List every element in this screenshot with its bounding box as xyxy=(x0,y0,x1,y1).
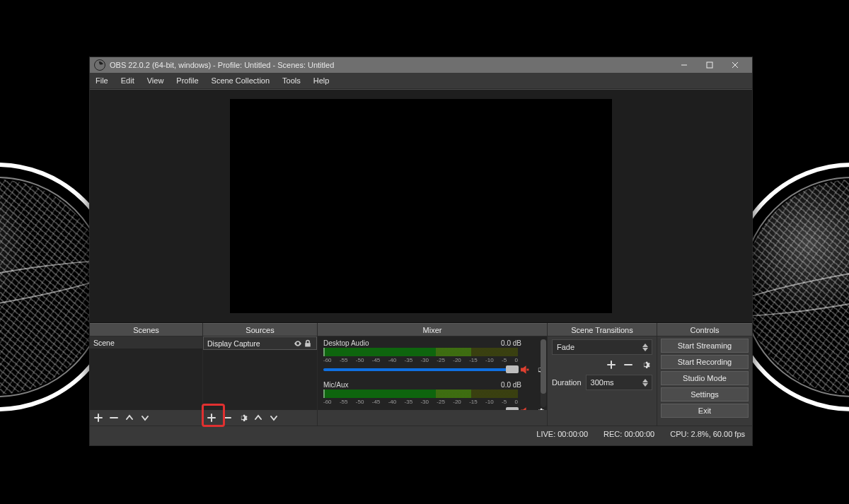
obs-window: OBS 22.0.2 (64-bit, windows) - Profile: … xyxy=(89,57,753,446)
move-source-down-button[interactable] xyxy=(268,412,279,423)
channel-meter: -60-55-50-45-40-35-30-25-20-15-10-50 xyxy=(323,348,518,356)
svg-marker-16 xyxy=(642,383,648,387)
move-scene-up-button[interactable] xyxy=(124,412,135,423)
status-live: LIVE: 00:00:00 xyxy=(536,430,588,438)
close-button[interactable] xyxy=(722,57,748,73)
status-bar: LIVE: 00:00:00 REC: 00:00:00 CPU: 2.8%, … xyxy=(90,426,752,442)
exit-button[interactable]: Exit xyxy=(661,404,749,418)
mixer-channel-mic-aux: Mic/Aux 0.0 dB -60-55-50-45-40-35-30-25-… xyxy=(323,381,545,410)
updown-icon xyxy=(641,377,649,388)
svg-rect-1 xyxy=(707,62,712,68)
sources-panel: Sources Display Capture xyxy=(202,323,317,426)
sources-header: Sources xyxy=(203,323,317,336)
add-transition-button[interactable] xyxy=(606,359,617,370)
meter-ticks: -60-55-50-45-40-35-30-25-20-15-10-50 xyxy=(323,357,518,363)
source-item-label: Display Capture xyxy=(207,339,260,348)
scenes-panel: Scenes Scene xyxy=(90,323,202,426)
scenes-list[interactable]: Scene xyxy=(90,336,202,410)
mixer-panel: Mixer Desktop Audio 0.0 dB -60-55-50-45-… xyxy=(317,323,547,426)
menu-view[interactable]: View xyxy=(146,75,166,86)
controls-body: Start Streaming Start Recording Studio M… xyxy=(657,336,752,426)
scenes-toolbar xyxy=(90,410,202,426)
mixer-channel-desktop-audio: Desktop Audio 0.0 dB -60-55-50-45-40-35-… xyxy=(323,339,545,375)
remove-source-button[interactable] xyxy=(221,412,233,423)
source-properties-button[interactable] xyxy=(237,412,248,423)
channel-db: 0.0 dB xyxy=(501,339,545,347)
controls-header: Controls xyxy=(657,323,752,336)
channel-name: Mic/Aux xyxy=(323,381,349,389)
transition-select[interactable]: Fade xyxy=(552,339,652,355)
channel-volume-slider[interactable] xyxy=(323,368,516,371)
mute-icon[interactable] xyxy=(519,406,531,410)
scene-item-label: Scene xyxy=(93,339,115,347)
window-title: OBS 22.0.2 (64-bit, windows) - Profile: … xyxy=(110,61,671,69)
status-rec: REC: 00:00:00 xyxy=(603,430,654,438)
preview-canvas[interactable] xyxy=(230,99,612,313)
duration-value: 300ms xyxy=(591,378,614,387)
transitions-header: Scene Transitions xyxy=(548,323,657,336)
meter-ticks: -60-55-50-45-40-35-30-25-20-15-10-50 xyxy=(323,399,518,405)
studio-mode-button[interactable]: Studio Mode xyxy=(661,371,749,385)
transition-properties-button[interactable] xyxy=(640,359,651,370)
titlebar[interactable]: OBS 22.0.2 (64-bit, windows) - Profile: … xyxy=(90,57,752,73)
sources-toolbar xyxy=(203,410,317,426)
updown-icon xyxy=(641,341,649,353)
menu-tools[interactable]: Tools xyxy=(281,75,302,86)
sources-list[interactable]: Display Capture xyxy=(203,336,317,410)
scenes-header: Scenes xyxy=(90,323,202,336)
visibility-toggle-icon[interactable] xyxy=(293,339,303,348)
menu-edit[interactable]: Edit xyxy=(120,75,136,86)
settings-button[interactable]: Settings xyxy=(661,387,749,402)
mixer-header: Mixer xyxy=(318,323,547,336)
move-scene-down-button[interactable] xyxy=(139,412,151,423)
duration-label: Duration xyxy=(552,378,582,387)
mixer-scrollbar[interactable] xyxy=(541,339,546,407)
start-streaming-button[interactable]: Start Streaming xyxy=(661,339,749,353)
remove-transition-button[interactable] xyxy=(623,359,634,370)
channel-name: Desktop Audio xyxy=(323,339,369,347)
transitions-body: Fade Duration 300ms xyxy=(548,336,657,426)
obs-app-icon xyxy=(94,59,105,71)
svg-marker-10 xyxy=(642,344,648,347)
controls-panel: Controls Start Streaming Start Recording… xyxy=(657,323,752,426)
menu-file[interactable]: File xyxy=(94,75,110,86)
move-source-up-button[interactable] xyxy=(253,412,264,423)
preview-area xyxy=(90,89,752,323)
menu-scene-collection[interactable]: Scene Collection xyxy=(210,75,272,86)
mixer-footer xyxy=(318,410,547,426)
mute-icon[interactable] xyxy=(519,364,531,375)
duration-spinner[interactable]: 300ms xyxy=(586,375,652,390)
status-cpu: CPU: 2.8%, 60.00 fps xyxy=(670,430,745,438)
svg-marker-15 xyxy=(642,379,648,382)
svg-marker-11 xyxy=(642,348,648,351)
mixer-body: Desktop Audio 0.0 dB -60-55-50-45-40-35-… xyxy=(318,336,547,410)
minimize-button[interactable] xyxy=(671,57,697,73)
add-source-button[interactable] xyxy=(206,412,217,423)
add-scene-button[interactable] xyxy=(93,412,104,423)
lock-toggle-icon[interactable] xyxy=(303,339,313,348)
transitions-panel: Scene Transitions Fade Duration xyxy=(547,323,657,426)
source-item[interactable]: Display Capture xyxy=(203,336,317,350)
start-recording-button[interactable]: Start Recording xyxy=(661,355,749,369)
panels-row: Scenes Scene Sources Display Capture xyxy=(90,323,752,426)
menu-profile[interactable]: Profile xyxy=(175,75,200,86)
channel-db: 0.0 dB xyxy=(501,381,545,389)
maximize-button[interactable] xyxy=(697,57,722,73)
menu-help[interactable]: Help xyxy=(312,75,331,86)
remove-scene-button[interactable] xyxy=(108,412,120,423)
transition-current-label: Fade xyxy=(557,343,574,351)
menubar: File Edit View Profile Scene Collection … xyxy=(90,73,752,89)
scene-item[interactable]: Scene xyxy=(90,336,202,348)
channel-meter: -60-55-50-45-40-35-30-25-20-15-10-50 xyxy=(323,389,518,398)
